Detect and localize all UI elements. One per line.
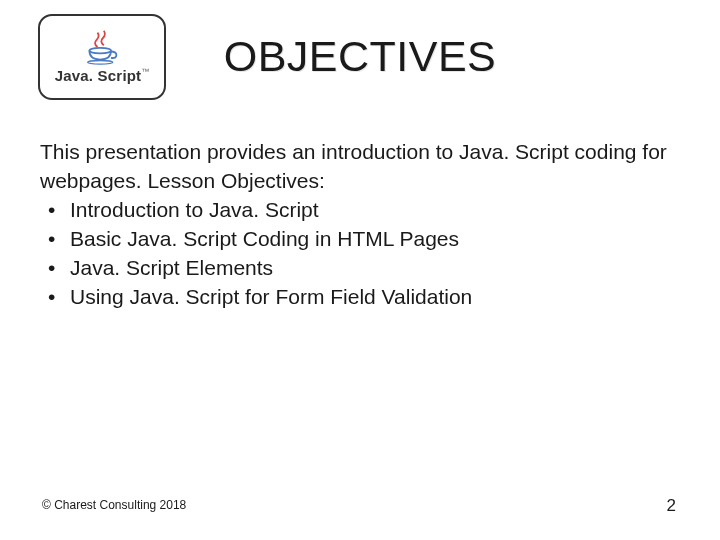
slide-content: This presentation provides an introducti…	[40, 138, 670, 312]
list-item: Using Java. Script for Form Field Valida…	[40, 283, 670, 312]
page-number: 2	[667, 496, 676, 516]
list-item: Introduction to Java. Script	[40, 196, 670, 225]
list-item: Basic Java. Script Coding in HTML Pages	[40, 225, 670, 254]
intro-text: This presentation provides an introducti…	[40, 138, 670, 196]
list-item: Java. Script Elements	[40, 254, 670, 283]
objectives-list: Introduction to Java. Script Basic Java.…	[40, 196, 670, 312]
slide-title: OBJECTIVES	[0, 32, 720, 81]
footer-copyright: © Charest Consulting 2018	[42, 498, 186, 512]
